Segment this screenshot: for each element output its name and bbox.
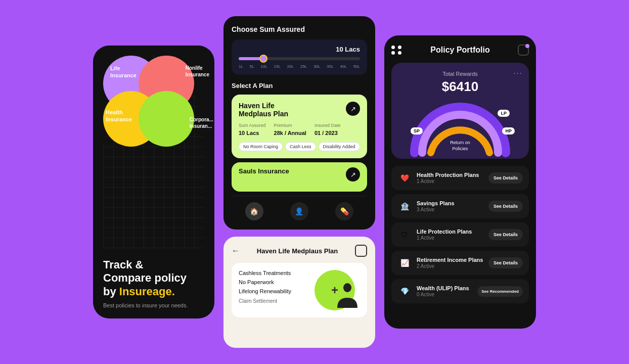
rewards-amount: $6410: [399, 79, 521, 95]
nav-profile[interactable]: 👤: [290, 202, 308, 220]
plan1-details: Sum Assured 10 Lacs Premium 28k / Annual…: [239, 123, 360, 137]
phone1-tagline: Track &Compare policyby Insureage.: [103, 258, 204, 298]
select-plan-title: Select A Plan: [232, 82, 367, 89]
life-plan-name: Life Protection Plans: [417, 229, 488, 235]
phone1-subtitle: Best policies to insure your needs.: [103, 302, 204, 308]
label-corporate: Corpora...Insuran...: [190, 116, 213, 129]
flower-container: LifeInsurance NonlifeInsurance HealthIns…: [103, 56, 204, 248]
health-icon: ❤️: [397, 171, 412, 185]
plan-card-2[interactable]: Sauls Insurance ↗: [232, 162, 367, 192]
arc-label-lp: LP: [498, 110, 510, 117]
wealth-info: Wealth (ULIP) Plans 0 Active: [417, 285, 477, 297]
life-icon: 🛡: [397, 228, 412, 242]
plan-row-life: 🛡 Life Protection Plans 1 Active See Det…: [391, 222, 529, 247]
notification-icon[interactable]: [518, 44, 529, 56]
retirement-icon: 📈: [397, 256, 412, 270]
phone3: ← Haven Life Medplaus Plan Cashless Trea…: [223, 237, 375, 348]
savings-plan-name: Savings Plans: [417, 200, 488, 206]
feature-illustration: +: [314, 270, 360, 310]
health-info: Health Protection Plans 1 Active: [417, 172, 488, 184]
phone4: Policy Portfolio ··· Total Rewards $6410…: [384, 35, 536, 329]
wealth-see-recommended-button[interactable]: See Recommended: [477, 286, 523, 297]
health-plan-name: Health Protection Plans: [417, 172, 488, 178]
wealth-plan-name: Wealth (ULIP) Plans: [417, 285, 477, 291]
svg-point-0: [343, 283, 351, 292]
retirement-see-details-button[interactable]: See Details: [488, 257, 523, 268]
portfolio-title: Policy Portfolio: [430, 46, 489, 55]
plan2-arrow[interactable]: ↗: [346, 167, 360, 181]
plan-row-retirement: 📈 Retirement Income Plans 2 Active See D…: [391, 251, 529, 275]
slider-labels: 1L 5L 10L 15L 20L 25L 30L 35L 40L 50L: [239, 64, 360, 69]
life-plan-count: 1 Active: [417, 235, 488, 241]
claim-label: Claim Settlement: [239, 298, 309, 304]
wealth-plan-count: 0 Active: [417, 292, 477, 297]
brand-text: Insureage.: [119, 285, 175, 298]
features-card: Cashless Treatments No Paperwork Lifelon…: [232, 263, 367, 317]
arc-label-hp: HP: [502, 127, 515, 134]
plan-row-savings: 🏦 Savings Plans 3 Active See Details: [391, 194, 529, 218]
notif-dot: [525, 44, 529, 48]
life-info: Life Protection Plans 1 Active: [417, 229, 488, 241]
arc-chart: Return on Policies SP LP HP: [410, 100, 511, 155]
slider-fill: [239, 57, 260, 60]
back-button[interactable]: ←: [232, 246, 240, 255]
health-plan-count: 1 Active: [417, 178, 488, 184]
phone2: Choose Sum Assured 10 Lacs 1L 5L 10L 15L…: [223, 16, 375, 230]
feature-2: No Paperwork: [239, 279, 309, 285]
phone3-title: Haven Life Medplaus Plan: [245, 247, 350, 255]
plan2-name: Sauls Insurance: [239, 167, 289, 175]
slider-value: 10 Lacs: [239, 46, 360, 53]
savings-icon: 🏦: [397, 199, 412, 213]
slider-thumb[interactable]: [259, 55, 267, 63]
slider-track[interactable]: [239, 57, 360, 60]
savings-plan-count: 3 Active: [417, 207, 488, 212]
label-health: HealthInsurance: [106, 109, 132, 123]
retirement-plan-count: 2 Active: [417, 263, 488, 269]
portfolio-header: Policy Portfolio: [391, 44, 529, 56]
plan-row-wealth: 💎 Wealth (ULIP) Plans 0 Active See Recom…: [391, 279, 529, 303]
middle-section: Choose Sum Assured 10 Lacs 1L 5L 10L 15L…: [223, 16, 375, 348]
phone1-bottom: Track &Compare policyby Insureage. Best …: [103, 248, 204, 308]
arc-label-sp: SP: [411, 127, 423, 134]
phone3-header: ← Haven Life Medplaus Plan: [232, 245, 367, 257]
savings-see-details-button[interactable]: See Details: [488, 201, 523, 212]
nav-home[interactable]: 🏠: [245, 202, 263, 220]
petal-corporate: [139, 91, 194, 147]
feature-3: Lifelong Renewability: [239, 288, 309, 294]
rewards-more-icon[interactable]: ···: [513, 69, 523, 78]
rewards-card: ··· Total Rewards $6410 Return on Polici…: [391, 63, 529, 159]
slider-container: 10 Lacs 1L 5L 10L 15L 20L 25L 30L 35L 40…: [232, 39, 367, 75]
choose-sum-title: Choose Sum Assured: [232, 25, 367, 33]
wealth-icon: 💎: [397, 284, 412, 298]
plan1-arrow[interactable]: ↗: [346, 102, 360, 116]
plan1-tags: No Room Caping Cash Less Disability Adde…: [239, 142, 360, 151]
retirement-info: Retirement Income Plans 2 Active: [417, 257, 488, 269]
feature-1: Cashless Treatments: [239, 270, 309, 276]
retirement-plan-name: Retirement Income Plans: [417, 257, 488, 263]
health-see-details-button[interactable]: See Details: [488, 172, 523, 184]
label-life: LifeInsurance: [110, 65, 137, 79]
svg-text:Policies: Policies: [452, 146, 468, 151]
savings-info: Savings Plans 3 Active: [417, 200, 488, 212]
plan-row-health: ❤️ Health Protection Plans 1 Active See …: [391, 166, 529, 190]
phone1: LifeInsurance NonlifeInsurance HealthIns…: [93, 46, 214, 318]
label-nonlife: NonlifeInsurance: [186, 65, 209, 78]
phone3-icon: [355, 245, 367, 257]
plan1-name: Haven LifeMedplaus Plan: [239, 102, 288, 118]
features-list: Cashless Treatments No Paperwork Lifelon…: [239, 270, 309, 310]
portfolio-dots-icon: [391, 46, 402, 55]
nav-wallet[interactable]: 💊: [335, 202, 353, 220]
life-see-details-button[interactable]: See Details: [488, 229, 523, 240]
bottom-nav: 🏠 👤 💊: [232, 196, 367, 220]
person-icon: [335, 280, 360, 310]
rewards-label: Total Rewards: [399, 71, 521, 77]
plan-card-1[interactable]: Haven LifeMedplaus Plan ↗ Sum Assured 10…: [232, 95, 367, 158]
svg-text:Return on: Return on: [450, 140, 470, 145]
